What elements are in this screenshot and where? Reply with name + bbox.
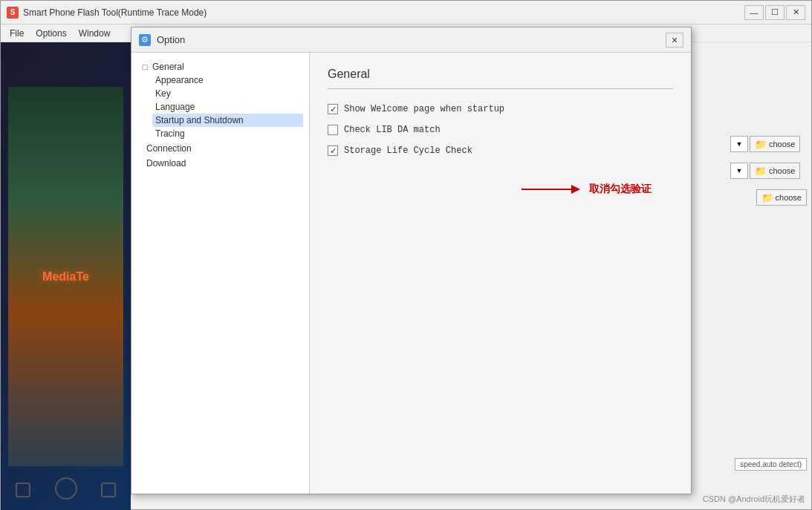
content-title: General [328,68,673,81]
checkbox-storage[interactable] [328,146,338,156]
choose-button-1[interactable]: 📁 choose [750,136,800,152]
app-titlebar: S Smart Phone Flash Tool(Runtime Trace M… [1,1,811,24]
option-label-lib-da: Check LIB DA match [344,125,441,135]
tree-panel: □ General Appearance Key Language [131,53,310,494]
checkbox-welcome[interactable] [328,104,338,114]
option-dialog: ⚙ Option × □ General A [131,27,692,494]
dialog-icon: ⚙ [139,34,151,46]
phone-menu-button [101,483,116,497]
phone-screen: MediaTe [8,87,123,466]
tree-startup-text: Startup and Shutdown [155,115,244,125]
folder-icon-3: 📁 [761,192,773,203]
dialog-titlebar: ⚙ Option × [131,27,691,53]
watermark: CSDN @Android玩机爱好者 [703,494,805,505]
tree-root: □ General Appearance Key Language [137,60,303,170]
app-close-button[interactable]: ✕ [786,5,805,20]
annotation-text: 取消勾选验证 [589,183,652,196]
app-title: Smart Phone Flash Tool(Runtime Trace Mod… [23,7,740,18]
tree-child-language[interactable]: Language [152,100,303,114]
tree-general-text: General [152,62,184,72]
tree-child-connection[interactable]: Connection [143,142,303,155]
choose-row-3: 📁 choose [726,188,811,207]
option-label-welcome: Show Welcome page when startup [344,104,504,114]
tree-node-general-label[interactable]: □ General [137,60,303,73]
choose-row-2: ▼ 📁 choose [726,161,811,180]
dialog-body: □ General Appearance Key Language [131,53,691,494]
tree-key-text: Key [155,88,171,99]
phone-back-button [16,483,30,497]
maximize-button[interactable]: ☐ [765,5,785,20]
dialog-close-button[interactable]: × [666,33,683,48]
tree-language-text: Language [155,102,195,112]
checkbox-lib-da[interactable] [328,125,338,135]
arrow-svg [518,182,585,197]
tree-connection-text: Connection [146,143,192,154]
tree-child-startup[interactable]: Startup and Shutdown [152,114,303,127]
dropdown-1[interactable]: ▼ [730,136,748,152]
tree-node-general: □ General Appearance Key Language [137,60,303,140]
content-panel: General Show Welcome page when startup C… [310,53,691,494]
phone-home-button [55,477,77,500]
tree-child-appearance[interactable]: Appearance [152,73,303,87]
menu-window[interactable]: Window [73,27,117,40]
menu-file[interactable]: File [4,27,30,40]
folder-icon-2: 📁 [755,166,767,177]
phone-area: BM MediaTe [1,42,131,510]
app-icon: S [7,7,19,19]
content-divider [328,88,673,89]
annotation-container: 取消勾选验证 [518,182,652,197]
folder-icon-1: 📁 [755,139,767,150]
tree-appearance-text: Appearance [155,75,204,85]
tree-child-tracing[interactable]: Tracing [152,127,303,140]
app-window: S Smart Phone Flash Tool(Runtime Trace M… [0,0,812,510]
menu-options[interactable]: Options [30,27,72,40]
tree-child-key[interactable]: Key [152,87,303,100]
choose-button-3[interactable]: 📁 choose [756,189,807,206]
dropdown-2[interactable]: ▼ [730,163,748,179]
tree-expand-icon: □ [140,62,149,71]
option-row-1: Show Welcome page when startup [328,104,673,114]
phone-brand-text: MediaTe [42,270,89,284]
option-row-2: Check LIB DA match [328,125,673,135]
choose-button-2[interactable]: 📁 choose [750,163,800,179]
tree-download-text: Download [146,158,186,169]
speed-text: speed,auto detect) [735,458,807,471]
option-label-storage: Storage Life Cycle Check [344,146,472,156]
titlebar-controls: — ☐ ✕ [744,5,805,20]
dialog-title: Option [157,34,660,45]
tree-tracing-text: Tracing [155,128,185,139]
tree-child-download[interactable]: Download [143,157,303,170]
minimize-button[interactable]: — [744,5,764,20]
tree-children: Appearance Key Language Startup and Shut… [152,73,303,140]
option-row-3: Storage Life Cycle Check [328,146,673,156]
choose-row-1: ▼ 📁 choose [726,134,811,154]
